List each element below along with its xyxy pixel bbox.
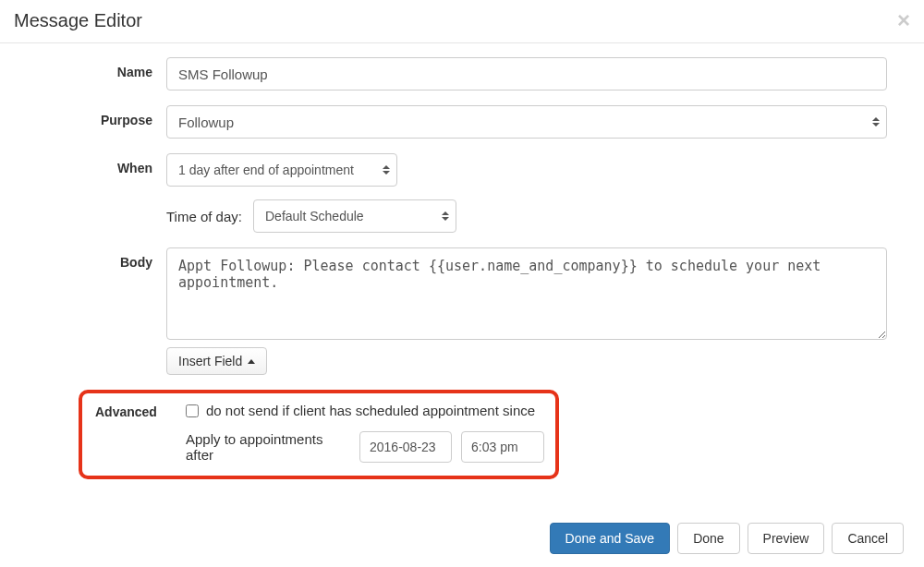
close-icon[interactable]: ×	[897, 9, 910, 31]
insert-field-button[interactable]: Insert Field	[166, 347, 267, 375]
body-label: Body	[18, 247, 166, 270]
purpose-row: Purpose Followup	[18, 105, 906, 139]
modal-footer: Done and Save Done Preview Cancel	[550, 523, 904, 554]
advanced-section: Advanced do not send if client has sched…	[79, 390, 559, 479]
do-not-send-checkbox[interactable]	[186, 404, 199, 417]
purpose-label: Purpose	[18, 105, 166, 127]
time-of-day-row: Time of day: Default Schedule	[166, 199, 887, 233]
modal-header: Message Editor ×	[0, 0, 924, 43]
modal-title: Message Editor	[14, 10, 142, 31]
do-not-send-label: do not send if client has scheduled appo…	[206, 403, 535, 418]
body-row: Body Appt Followup: Please contact {{use…	[18, 247, 906, 375]
name-row: Name	[18, 57, 906, 90]
name-input[interactable]	[166, 57, 887, 90]
when-row: When 1 day after end of appointment Time…	[18, 153, 906, 233]
apply-date-input[interactable]	[359, 431, 452, 463]
name-label: Name	[18, 57, 166, 79]
preview-button[interactable]: Preview	[748, 523, 825, 554]
cancel-button[interactable]: Cancel	[832, 523, 904, 554]
apply-time-input[interactable]	[461, 431, 544, 463]
advanced-label: Advanced	[93, 403, 186, 463]
done-button[interactable]: Done	[677, 523, 739, 554]
apply-after-row: Apply to appointments after	[186, 431, 544, 463]
body-textarea[interactable]: Appt Followup: Please contact {{user.nam…	[166, 247, 887, 340]
when-select[interactable]: 1 day after end of appointment	[166, 153, 397, 187]
time-of-day-select[interactable]: Default Schedule	[253, 199, 456, 233]
do-not-send-row: do not send if client has scheduled appo…	[186, 403, 544, 418]
caret-up-icon	[248, 359, 255, 364]
apply-after-label: Apply to appointments after	[186, 431, 350, 463]
done-and-save-button[interactable]: Done and Save	[550, 523, 671, 554]
insert-field-label: Insert Field	[178, 354, 242, 368]
purpose-select[interactable]: Followup	[166, 105, 887, 139]
time-of-day-label: Time of day:	[166, 209, 242, 224]
modal-body: Name Purpose Followup When 1 day after	[0, 43, 924, 493]
when-label: When	[18, 153, 166, 175]
